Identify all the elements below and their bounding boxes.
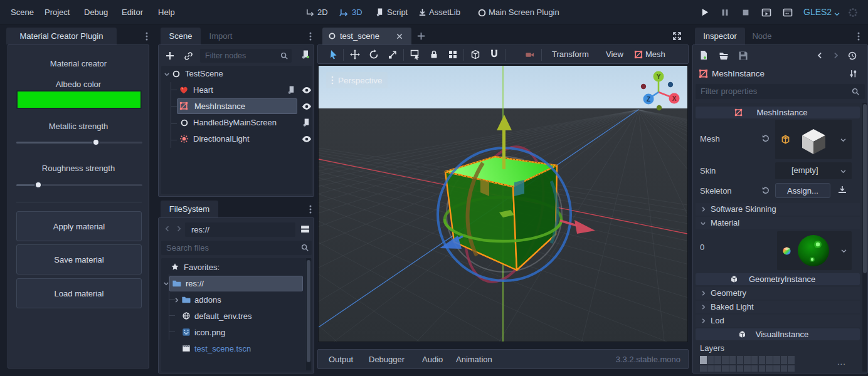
menu-project[interactable]: Project <box>45 8 70 17</box>
chevron-down-icon[interactable] <box>840 248 847 254</box>
list-select-tool-icon[interactable] <box>410 50 420 60</box>
perspective-button[interactable]: Perspective <box>326 72 388 88</box>
tab-filesystem[interactable]: FileSystem <box>161 201 218 217</box>
new-scene-tab-icon[interactable] <box>416 31 426 41</box>
skin-picker[interactable]: [empty] <box>775 162 852 179</box>
renderer-chevron-icon[interactable] <box>834 11 840 18</box>
category-meshinstance[interactable]: MeshInstance <box>696 107 860 118</box>
workspace-assetlib[interactable]: AssetLib <box>429 8 460 17</box>
display-mode-icon[interactable] <box>300 224 310 234</box>
layer-toggle[interactable] <box>751 365 758 372</box>
snap-tool-icon[interactable] <box>489 50 499 60</box>
collapse-icon[interactable] <box>164 71 170 78</box>
tree-row-favorites[interactable]: Favorites: <box>161 259 305 276</box>
camera-preview-icon[interactable] <box>525 50 534 60</box>
layer-toggle[interactable] <box>773 356 780 364</box>
add-node-button[interactable] <box>165 51 175 61</box>
lock-tool-icon[interactable] <box>429 50 439 60</box>
tab-material-creator-plugin[interactable]: Material Creator Plugin <box>6 28 117 44</box>
workspace-3d-icon[interactable] <box>339 8 349 18</box>
revert-icon[interactable] <box>761 133 770 142</box>
close-icon[interactable] <box>396 33 403 40</box>
filter-nodes-input[interactable]: Filter nodes <box>200 49 292 63</box>
pause-button[interactable] <box>721 8 729 17</box>
play-scene-button[interactable] <box>761 8 771 18</box>
apply-material-button[interactable]: Apply material <box>16 211 142 241</box>
rotate-tool-icon[interactable] <box>369 50 379 60</box>
inspector-dock-menu-icon[interactable] <box>854 31 863 41</box>
workspace-script[interactable]: Script <box>387 8 408 17</box>
workspace-assetlib-icon[interactable] <box>418 8 427 17</box>
tree-row-meshinstance[interactable]: MeshInstance <box>161 98 310 115</box>
filter-properties-input[interactable]: Filter properties <box>696 84 865 99</box>
view-menu[interactable]: View <box>606 50 623 59</box>
workspace-script-icon[interactable] <box>375 8 384 17</box>
chevron-down-icon[interactable] <box>840 168 847 175</box>
object-history-button[interactable] <box>847 51 857 61</box>
load-resource-button[interactable] <box>719 51 729 61</box>
visibility-icon[interactable] <box>302 102 312 111</box>
tab-animation[interactable]: Animation <box>456 355 492 364</box>
section-baked-light[interactable]: Baked Light <box>696 301 860 313</box>
group-tool-icon[interactable] <box>448 50 458 60</box>
chevron-down-icon[interactable] <box>840 137 847 144</box>
skeleton-assign-button[interactable]: Assign... <box>775 183 830 198</box>
layer-toggle[interactable] <box>707 356 714 364</box>
tree-row-default-env[interactable]: default_env.tres <box>161 308 305 325</box>
transform-menu[interactable]: Transform <box>552 50 589 59</box>
current-path-field[interactable]: res:// <box>185 222 295 237</box>
script-icon[interactable] <box>287 85 296 95</box>
move-tool-icon[interactable] <box>350 50 360 60</box>
local-space-icon[interactable] <box>470 50 480 60</box>
layer-toggle[interactable] <box>759 356 766 364</box>
tab-node[interactable]: Node <box>748 28 776 44</box>
layer-toggle[interactable] <box>714 365 721 372</box>
new-resource-button[interactable] <box>699 50 709 60</box>
revert-icon[interactable] <box>761 185 770 194</box>
layer-toggle[interactable] <box>766 365 773 372</box>
scene-dock-menu-icon[interactable] <box>306 31 315 41</box>
tree-row-icon-png[interactable]: icon.png <box>161 325 305 341</box>
layers-grid[interactable] <box>700 356 797 372</box>
layer-toggle[interactable] <box>737 356 744 364</box>
section-geometry[interactable]: Geometry <box>696 287 860 300</box>
visibility-icon[interactable] <box>302 135 312 144</box>
viewport-3d[interactable]: Perspective Y X Z <box>318 65 688 342</box>
workspace-main-screen[interactable]: Main Screen Plugin <box>489 8 559 17</box>
scene-tab-test-scene[interactable]: test_scene <box>322 28 411 44</box>
layer-toggle[interactable] <box>781 365 788 372</box>
expand-viewport-icon[interactable] <box>672 31 682 41</box>
play-custom-scene-button[interactable] <box>783 8 793 18</box>
save-resource-button[interactable] <box>738 51 748 61</box>
workspace-2d[interactable]: 2D <box>317 8 328 17</box>
menu-scene[interactable]: Scene <box>11 8 34 17</box>
category-visualinstance[interactable]: VisualInstance <box>696 328 860 340</box>
layer-toggle[interactable] <box>759 365 766 372</box>
load-material-button[interactable]: Load material <box>16 278 142 308</box>
script-icon[interactable] <box>302 118 311 127</box>
tools-icon[interactable] <box>849 69 858 78</box>
material-resource-picker[interactable] <box>777 231 852 270</box>
workspace-main-screen-icon[interactable] <box>477 8 487 18</box>
section-lod[interactable]: Lod <box>696 315 860 327</box>
albedo-color-picker[interactable] <box>16 90 142 109</box>
layer-toggle[interactable] <box>722 365 729 372</box>
tree-row-addons[interactable]: addons <box>161 292 305 308</box>
renderer-select[interactable]: GLES2 <box>803 7 832 17</box>
metallic-strength-slider[interactable] <box>16 138 142 147</box>
layer-toggle[interactable] <box>766 356 773 364</box>
tab-output[interactable]: Output <box>329 355 353 364</box>
expand-icon[interactable] <box>174 297 180 303</box>
tab-audio[interactable]: Audio <box>422 355 443 364</box>
attach-script-button[interactable] <box>300 50 310 60</box>
tab-import[interactable]: Import <box>202 28 240 44</box>
menu-help[interactable]: Help <box>158 8 175 17</box>
tab-inspector[interactable]: Inspector <box>695 28 745 44</box>
tree-row-test-scene[interactable]: test_scene.tscn <box>161 341 305 357</box>
section-material[interactable]: Material <box>696 217 860 229</box>
tree-row-testscene[interactable]: TestScene <box>161 66 310 82</box>
layer-toggle[interactable] <box>744 356 751 364</box>
layer-toggle[interactable] <box>737 365 744 372</box>
layer-toggle[interactable] <box>781 356 788 364</box>
history-forward-button[interactable] <box>832 51 840 60</box>
